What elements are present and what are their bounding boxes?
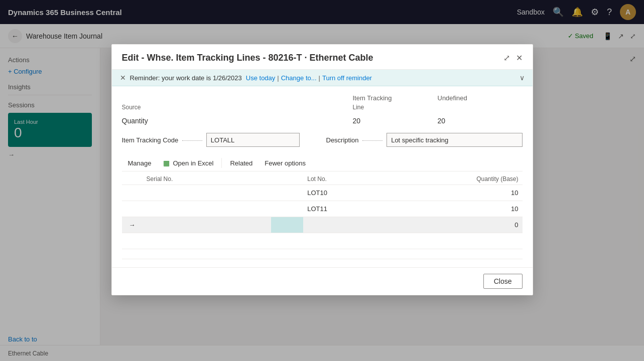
itc-label: Item Tracking Code [122, 136, 202, 144]
row3-arrow: → [122, 217, 143, 233]
row2-lot[interactable]: LOT11 [303, 201, 445, 217]
column-headers: Item Tracking Undefined [122, 94, 523, 102]
quantity-row: Quantity 20 20 [122, 117, 523, 125]
reminder-links: Use today | Change to... | Turn off remi… [246, 74, 372, 82]
col-header-empty [122, 94, 353, 102]
subheader-line: Line [353, 104, 438, 111]
col-serial-header: Serial No. [143, 171, 272, 185]
col-arrow-header [122, 171, 143, 185]
table-header-row: Serial No. Lot No. Quantity (Base) [122, 171, 523, 185]
row2-qty[interactable]: 10 [445, 201, 523, 217]
modal-title: Edit - Whse. Item Tracking Lines - 80216… [122, 53, 373, 63]
table-row-active[interactable]: → 0 [122, 217, 523, 233]
row1-serial[interactable] [143, 185, 272, 201]
reminder-dismiss-icon[interactable]: ✕ [120, 74, 126, 82]
close-button[interactable]: Close [483, 274, 523, 289]
modal-expand-icon[interactable]: ⤢ [503, 53, 510, 63]
turn-off-link[interactable]: Turn off reminder [322, 74, 372, 82]
desc-label: Description [326, 136, 383, 144]
row3-qty[interactable]: 0 [445, 217, 523, 233]
modal-body: Item Tracking Undefined Source Line Quan… [112, 86, 533, 267]
row2-serial[interactable] [143, 201, 272, 217]
fewer-options-button[interactable]: Fewer options [259, 155, 312, 171]
row4-empty [271, 233, 303, 249]
action-toolbar: Manage ▦ Open in Excel Related Fewer opt… [122, 155, 523, 171]
itc-input[interactable] [206, 133, 300, 147]
modal-close-icon[interactable]: ✕ [516, 53, 523, 63]
table-body: LOT10 10 LOT11 10 → 0 [122, 185, 523, 249]
row4-qty [445, 233, 523, 249]
change-to-link[interactable]: Change to... [281, 74, 317, 82]
desc-field: Description [326, 133, 523, 147]
reminder-expand-icon[interactable]: ∨ [520, 74, 525, 82]
col-empty-header [271, 171, 303, 185]
row1-empty [271, 185, 303, 201]
modal-header-icons: ⤢ ✕ [503, 53, 523, 63]
item-tracking-modal: Edit - Whse. Item Tracking Lines - 80216… [111, 44, 533, 295]
excel-icon: ▦ [163, 159, 170, 167]
row1-lot[interactable]: LOT10 [303, 185, 445, 201]
reminder-text: Reminder: your work date is 1/26/2023 [130, 74, 242, 82]
row4-serial [143, 233, 272, 249]
related-button[interactable]: Related [224, 155, 259, 171]
row2-arrow [122, 201, 143, 217]
modal-header: Edit - Whse. Item Tracking Lines - 80216… [112, 45, 533, 70]
quantity-source-value: 20 [353, 117, 438, 125]
itc-field: Item Tracking Code [122, 133, 318, 147]
row3-empty[interactable] [271, 217, 303, 233]
col-lot-header: Lot No. [303, 171, 445, 185]
table-row-empty [122, 233, 523, 249]
sep1: | [277, 74, 279, 82]
use-today-link[interactable]: Use today [246, 74, 276, 82]
table-row[interactable]: LOT10 10 [122, 185, 523, 201]
table-row[interactable]: LOT11 10 [122, 201, 523, 217]
row3-lot[interactable] [303, 217, 445, 233]
open-in-excel-button[interactable]: ▦ Open in Excel [157, 155, 219, 171]
subheader-source: Source [122, 104, 353, 111]
row1-arrow [122, 185, 143, 201]
sep2: | [319, 74, 320, 82]
desc-input[interactable] [387, 133, 522, 147]
toolbar-separator [221, 158, 222, 168]
quantity-label: Quantity [122, 117, 353, 125]
row4-lot [303, 233, 445, 249]
col-header-item-tracking: Item Tracking [353, 94, 438, 102]
manage-button[interactable]: Manage [122, 155, 158, 171]
row4-arrow [122, 233, 143, 249]
col-qty-header: Quantity (Base) [445, 171, 523, 185]
row1-qty[interactable]: 10 [445, 185, 523, 201]
quantity-undefined-value: 20 [438, 117, 523, 125]
col-header-undefined: Undefined [438, 94, 523, 102]
column-subheaders: Source Line [122, 104, 523, 111]
row2-empty [271, 201, 303, 217]
item-tracking-code-row: Item Tracking Code Description [122, 133, 523, 147]
tracking-lines-table: Serial No. Lot No. Quantity (Base) LOT10… [122, 171, 523, 249]
row3-serial[interactable] [143, 217, 272, 233]
reminder-banner: ✕ Reminder: your work date is 1/26/2023 … [112, 70, 533, 86]
modal-footer: Close [112, 267, 533, 295]
subheader-empty [438, 104, 523, 111]
table-footer-spacer [122, 249, 523, 259]
